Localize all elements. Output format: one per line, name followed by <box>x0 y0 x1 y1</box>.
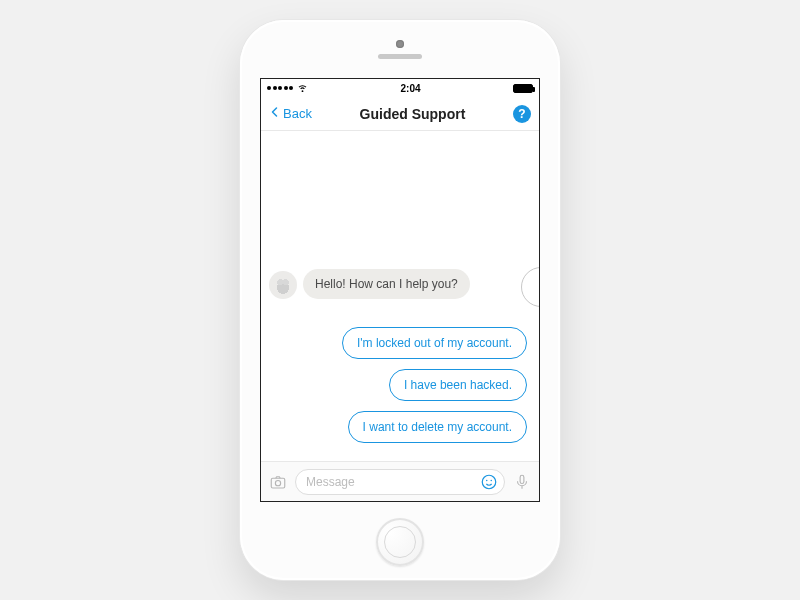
svg-point-4 <box>491 479 493 481</box>
chat-area: Hello! How can I help you? I'm locked ou… <box>261 131 539 461</box>
camera-icon[interactable] <box>269 473 287 491</box>
message-field-wrapper <box>295 469 505 495</box>
wifi-icon <box>297 82 308 95</box>
back-button[interactable]: Back <box>269 105 312 122</box>
message-input[interactable] <box>306 475 480 489</box>
back-label: Back <box>283 106 312 121</box>
device-top-hardware <box>240 40 560 59</box>
emoji-icon[interactable] <box>480 473 498 491</box>
svg-rect-0 <box>271 478 285 488</box>
help-button[interactable]: ? <box>513 105 531 123</box>
front-camera-icon <box>396 40 404 48</box>
bot-message-row: Hello! How can I help you? <box>269 269 470 299</box>
svg-point-1 <box>275 480 280 485</box>
status-bar-time: 2:04 <box>400 83 420 94</box>
microphone-icon[interactable] <box>513 473 531 491</box>
screen: 2:04 Back Guided Support ? Hello! How ca… <box>260 78 540 502</box>
status-bar: 2:04 <box>261 79 539 97</box>
chevron-left-icon <box>269 105 281 122</box>
bot-avatar-icon <box>269 271 297 299</box>
svg-point-3 <box>486 479 488 481</box>
svg-rect-5 <box>520 475 524 483</box>
status-bar-right <box>513 84 533 93</box>
bot-message-bubble: Hello! How can I help you? <box>303 269 470 299</box>
page-title: Guided Support <box>360 106 466 122</box>
earpiece-speaker-icon <box>378 54 422 59</box>
assistive-touch-icon[interactable] <box>521 267 539 307</box>
home-button[interactable] <box>376 518 424 566</box>
nav-bar: Back Guided Support ? <box>261 97 539 131</box>
quick-reply-button[interactable]: I'm locked out of my account. <box>342 327 527 359</box>
cellular-signal-icon <box>267 86 293 90</box>
quick-reply-button[interactable]: I have been hacked. <box>389 369 527 401</box>
status-bar-left <box>267 82 308 95</box>
message-input-bar <box>261 461 539 501</box>
svg-point-2 <box>482 475 496 489</box>
quick-replies: I'm locked out of my account. I have bee… <box>342 327 527 443</box>
battery-icon <box>513 84 533 93</box>
question-mark-icon: ? <box>518 107 525 121</box>
phone-frame: 2:04 Back Guided Support ? Hello! How ca… <box>240 20 560 580</box>
quick-reply-button[interactable]: I want to delete my account. <box>348 411 527 443</box>
